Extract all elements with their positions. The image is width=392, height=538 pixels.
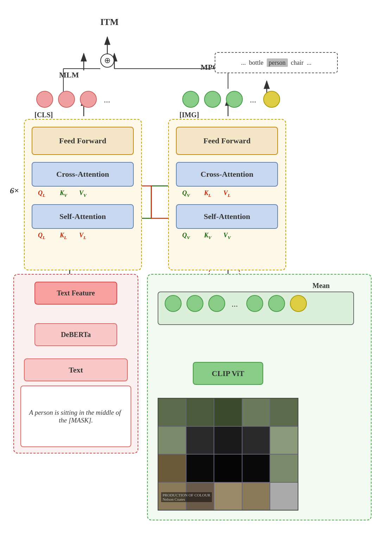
vision-circle-yellow	[290, 295, 307, 312]
ellipsis-vision: ...	[232, 299, 238, 309]
six-times-label: 6×	[10, 186, 19, 195]
vision-circle-1	[165, 295, 182, 312]
diagram: ITM ⊕ MLM MPC ... bottle person chair ..…	[0, 0, 392, 538]
vision-circle-5	[268, 295, 285, 312]
right-cross-qv-label: QV	[182, 189, 190, 198]
left-feed-forward: Feed Forward	[32, 127, 134, 155]
left-self-vl-label: VL	[79, 232, 86, 240]
right-self-attention: Self-Attention	[176, 204, 278, 229]
pink-circle-1	[36, 91, 53, 108]
vision-circle-2	[186, 295, 203, 312]
left-self-attention: Self-Attention	[32, 204, 134, 229]
right-feed-forward: Feed Forward	[176, 127, 278, 155]
left-self-ql-label: QL	[38, 232, 45, 240]
ellipsis-pink: ...	[104, 95, 110, 105]
itm-label: ITM	[100, 17, 119, 27]
green-circle-out-3	[226, 91, 243, 108]
img-label: [IMG]	[179, 111, 199, 119]
left-cross-kv-label: KV	[60, 189, 67, 198]
right-self-vv-label: VV	[223, 232, 231, 240]
vision-circle-3	[208, 295, 225, 312]
text-feature-box: Text Feature	[34, 282, 117, 305]
left-self-kl-label: KL	[60, 232, 67, 240]
sentence-box: A person is sitting in the middle of the…	[20, 386, 131, 447]
pink-circle-3	[80, 91, 97, 108]
pink-circle-2	[58, 91, 75, 108]
mpc-box: ... bottle person chair ...	[215, 52, 338, 73]
right-cross-attention: Cross-Attention	[176, 162, 278, 187]
ellipsis-green-out: ...	[250, 95, 256, 105]
green-circle-out-1	[182, 91, 199, 108]
right-self-kv-label: KV	[204, 232, 211, 240]
vision-circle-4	[246, 295, 263, 312]
mean-label: Mean	[312, 282, 330, 290]
deberta-box: DeBERTa	[34, 323, 117, 346]
clip-vit-box: CLIP ViT	[193, 362, 263, 385]
left-cross-vv-label: VV	[79, 189, 87, 198]
mpc-words: ... bottle person chair ...	[241, 59, 311, 67]
cls-label: [CLS]	[34, 111, 53, 119]
text-box: Text	[24, 358, 128, 381]
mlm-label: MLM	[59, 70, 79, 80]
person-highlight: person	[267, 58, 288, 67]
left-cross-ql-label: QL	[38, 189, 45, 198]
right-cross-kl-label: KL	[204, 189, 211, 198]
right-cross-vl-label: VL	[223, 189, 230, 198]
sum-circle: ⊕	[100, 54, 114, 68]
left-cross-attention: Cross-Attention	[32, 162, 134, 187]
green-circle-out-2	[204, 91, 221, 108]
right-self-qv-label: QV	[182, 232, 190, 240]
image-caption: PRODUCTION OF COLOURNelson Coates	[161, 492, 212, 502]
yellow-circle-out	[263, 91, 280, 108]
